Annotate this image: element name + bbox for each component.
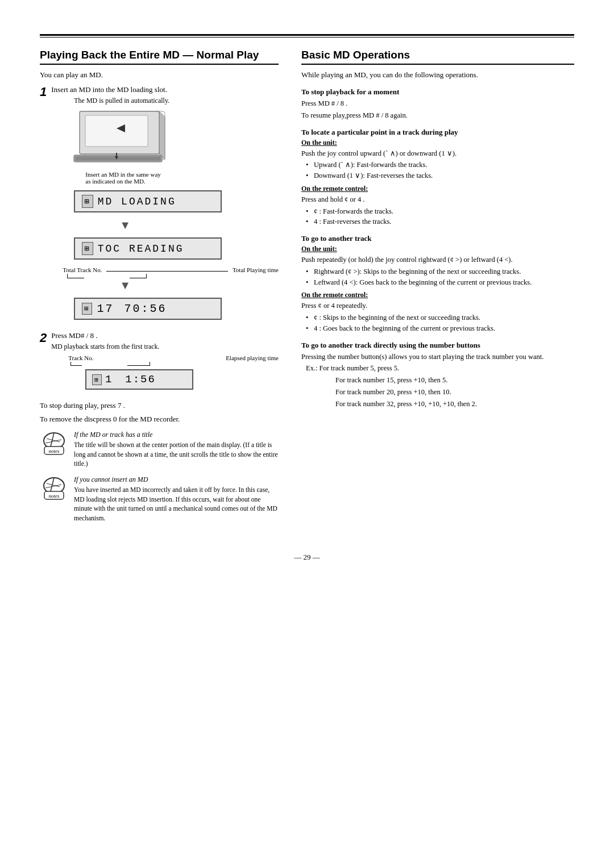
op-2-bullet-4: 4 : Fast-reverses the tracks.: [306, 216, 574, 227]
op-4-body1: Pressing the number button(s) allows you…: [301, 352, 574, 362]
md-slot-svg: [68, 108, 188, 165]
lcd-track-display: ⊞ 17 70:56: [74, 298, 222, 320]
track-time-labels: Total Track No. Total Playing time: [63, 266, 279, 273]
lcd-track-time: 70:56: [125, 302, 167, 315]
op-2-bullets2: ¢ : Fast-forwards the tracks. 4 : Fast-r…: [306, 206, 574, 228]
op-2-title: To locate a particular point in a track …: [301, 128, 574, 137]
step-1-label: Insert an MD into the MD loading slot.: [51, 85, 279, 94]
lcd-loading-row: ⊞ MD LOADING: [63, 187, 279, 216]
op-4-line1: For track number 15, press +10, then 5.: [335, 375, 574, 386]
note-2-body: You have inserted an MD incorrectly and …: [74, 485, 279, 523]
op-3: To go to another track On the unit: Push…: [301, 234, 574, 334]
right-column: Basic MD Operations While playing an MD,…: [301, 49, 574, 416]
step-2: 2 Press MD# / 8 . MD playback starts fro…: [40, 331, 279, 395]
note-1-body: The title will be shown at the center po…: [74, 440, 279, 469]
step-1: 1 Insert an MD into the MD loading slot.…: [40, 85, 279, 326]
op-2: To locate a particular point in a track …: [301, 128, 574, 228]
left-section-title: Playing Back the Entire MD — Normal Play: [40, 49, 279, 65]
note-2-title: If you cannot insert an MD: [74, 475, 279, 484]
total-time-label: Total Playing time: [233, 266, 279, 273]
op-3-bullet-1: Rightward (¢ >): Skips to the beginning …: [306, 266, 574, 277]
main-content: Playing Back the Entire MD — Normal Play…: [40, 49, 574, 530]
arrow-down-2: ▼: [119, 278, 279, 292]
insert-note-line1: Insert an MD in the same way: [85, 171, 161, 178]
step-2-sub: MD playback starts from the first track.: [51, 343, 279, 351]
op-2-subtitle1: On the unit:: [301, 139, 574, 147]
op-1-body: Press MD # / 8 .: [301, 98, 574, 109]
page-number: — 29 —: [40, 553, 574, 562]
lcd-icon-2: ⊞: [82, 242, 93, 255]
note-2-box: notes If you cannot insert an MD You hav…: [40, 475, 279, 523]
op-1: To stop playback for a moment Press MD #…: [301, 87, 574, 121]
right-intro: While playing an MD, you can do the foll…: [301, 70, 574, 80]
lcd-play-track: 1: [105, 373, 113, 386]
op-2-subtitle2: On the remote control:: [301, 185, 574, 193]
note-1-title: If the MD or track has a title: [74, 431, 279, 439]
step-2-label: Press MD# / 8 .: [51, 331, 279, 340]
elapsed-label: Elapsed playing time: [226, 354, 279, 361]
lcd-icon-3: ⊞: [82, 303, 92, 315]
note-2-text: If you cannot insert an MD You have inse…: [74, 475, 279, 523]
svg-rect-7: [75, 156, 161, 161]
svg-text:notes: notes: [49, 448, 60, 454]
op-3-bullet-4: 4 : Goes back to the beginning of the cu…: [306, 323, 574, 334]
lcd-icon-1: ⊞: [82, 195, 93, 208]
notes-icon-2: notes: [40, 475, 68, 500]
svg-marker-2: [159, 111, 165, 160]
op-2-bullet-2: Downward (1 ∨): Fast-reverses the tacks.: [306, 170, 574, 181]
arrow-down-1: ▼: [119, 218, 279, 232]
op-3-bullets2: ¢ : Skips to the beginning of the next o…: [306, 312, 574, 334]
lcd-play-time: 1:56: [125, 373, 156, 386]
bracket-lines: [67, 274, 279, 278]
trackno-elapsed-labels: Track No. Elapsed playing time: [68, 354, 279, 361]
op-2-bullet-3: ¢ : Fast-forwards the tracks.: [306, 206, 574, 217]
op-1-body2: To resume play,press MD # / 8 again.: [301, 110, 574, 121]
op-2-bullets1: Upward (` ∧): Fast-forwards the tracks. …: [306, 160, 574, 181]
track-no-label: Track No.: [68, 354, 93, 361]
step-2-number: 2: [40, 331, 47, 345]
op-4-example: Ex.: For track number 5, press 5.: [306, 363, 574, 374]
lcd-toc-text: TOC READING: [98, 243, 184, 254]
svg-rect-4: [85, 115, 148, 147]
op-3-bullet-3: ¢ : Skips to the beginning of the next o…: [306, 312, 574, 323]
step-1-number: 1: [40, 85, 47, 99]
note-1-box: notes If the MD or track has a title The…: [40, 431, 279, 469]
lcd-track-num: 17: [97, 302, 114, 315]
op-3-body1: Push repeatedly (or hold) the joy contro…: [301, 254, 574, 265]
top-rule-thin: [40, 37, 574, 37]
op-3-title: To go to another track: [301, 234, 574, 243]
op-3-bullet-2: Leftward (4 <): Goes back to the beginni…: [306, 277, 574, 288]
op-4-line3: For track number 32, press +10, +10, +10…: [335, 399, 574, 410]
bracket-lines-2: [70, 362, 279, 366]
step-1-content: Insert an MD into the MD loading slot. T…: [51, 85, 279, 326]
svg-text:notes: notes: [49, 493, 60, 499]
lcd-track-row: ⊞ 17 70:56: [63, 294, 279, 323]
insert-note: Insert an MD in the same way as indicate…: [85, 171, 279, 185]
right-section-title: Basic MD Operations: [301, 49, 574, 65]
op-3-body2: Press ¢ or 4 repeatedly.: [301, 301, 574, 311]
top-rule-thick: [40, 34, 574, 36]
op-1-title: To stop playback for a moment: [301, 87, 574, 97]
op-4-line2: For track number 20, press +10, then 10.: [335, 387, 574, 398]
lcd-loading-display: ⊞ MD LOADING: [74, 190, 222, 212]
lcd-toc-row: ⊞ TOC READING: [63, 234, 279, 263]
step-1-sub: The MD is pulled in automatically.: [74, 97, 279, 105]
op-3-bullets1: Rightward (¢ >): Skips to the beginning …: [306, 266, 574, 288]
total-track-label: Total Track No.: [63, 266, 102, 273]
insert-note-line2: as indicated on the MD.: [85, 178, 145, 185]
lcd-icon-4: ⊞: [92, 374, 102, 385]
stop-text: To stop during play, press 7 .: [40, 401, 279, 410]
op-4-title: To go to another track directly using th…: [301, 341, 574, 350]
lcd-loading-text: MD LOADING: [98, 196, 176, 207]
note-1-text: If the MD or track has a title The title…: [74, 431, 279, 469]
lcd-play-row: ⊞ 1 1:56: [63, 368, 279, 393]
op-4: To go to another track directly using th…: [301, 341, 574, 410]
notes-icon-1: notes: [40, 431, 68, 456]
op-2-body2: Press and hold ¢ or 4 .: [301, 194, 574, 205]
step-2-content: Press MD# / 8 . MD playback starts from …: [51, 331, 279, 395]
md-slot-diagram: [68, 108, 279, 168]
op-2-body1: Push the joy control upward (` ∧) or dow…: [301, 148, 574, 159]
lcd-toc-display: ⊞ TOC READING: [74, 237, 222, 260]
left-column: Playing Back the Entire MD — Normal Play…: [40, 49, 279, 530]
remove-text: To remove the discpress 0 for the MD rec…: [40, 415, 279, 424]
